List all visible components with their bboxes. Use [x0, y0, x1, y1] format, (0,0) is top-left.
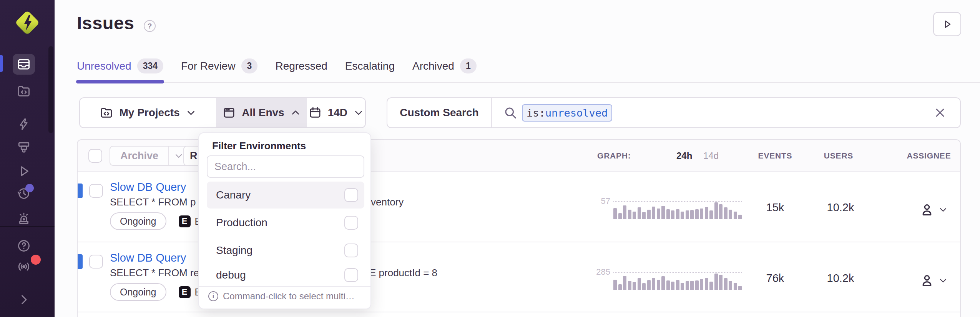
status-badge: Ongoing	[110, 283, 166, 301]
search-input[interactable]: is:unresolved	[492, 98, 960, 127]
active-item-indicator	[0, 55, 3, 72]
calendar-icon	[309, 106, 322, 119]
issue-title-link[interactable]: Slow DB Query	[110, 252, 186, 264]
unread-indicator	[78, 184, 83, 198]
tab-archived[interactable]: Archived 1	[412, 58, 477, 83]
unread-indicator	[78, 254, 83, 269]
users-count: 10.2k	[827, 201, 854, 214]
chevron-down-icon	[938, 205, 948, 214]
page-title: Issues	[77, 12, 134, 33]
issue-tabs: Unresolved 334 For Review 3 Regressed Es…	[77, 58, 477, 83]
row-checkbox[interactable]	[89, 255, 103, 269]
issues-page: Issues ? Unresolved 334 For Review 3 Reg…	[0, 0, 980, 317]
clear-search-button[interactable]	[931, 103, 949, 122]
environments-filter-label: All Envs	[242, 107, 284, 119]
app-logo-icon[interactable]	[15, 9, 40, 36]
dropdown-footer-note: Command-click to select multi…	[223, 291, 355, 302]
broadcast-icon	[17, 260, 31, 274]
chevron-down-icon	[354, 108, 364, 118]
issue-row[interactable]	[78, 312, 960, 317]
graph-peak-label: 285	[575, 267, 610, 277]
assignee-selector[interactable]	[919, 202, 948, 217]
env-option-checkbox[interactable]	[344, 216, 358, 230]
date-range-filter-button[interactable]: 14D	[307, 98, 365, 127]
custom-search-button[interactable]: Custom Search	[387, 98, 492, 127]
issue-culprit-suffix: ventory	[371, 196, 404, 208]
env-option-checkbox[interactable]	[344, 244, 358, 257]
chevron-up-icon	[291, 108, 301, 118]
date-range-label: 14D	[328, 107, 347, 119]
tab-for-review[interactable]: For Review 3	[181, 58, 257, 83]
environments-filter-button[interactable]: All Envs	[216, 98, 307, 127]
person-icon	[919, 202, 935, 217]
close-icon	[933, 106, 947, 120]
env-option-label: debug	[216, 269, 246, 281]
chevron-right-icon	[17, 293, 31, 307]
environment-search-input[interactable]	[207, 155, 364, 178]
title-help-icon[interactable]: ?	[144, 20, 156, 32]
sidebar	[0, 0, 55, 317]
tab-label: For Review	[181, 60, 236, 72]
column-users: USERS	[824, 140, 853, 172]
search-icon	[503, 106, 517, 120]
graph-14d-toggle[interactable]: 14d	[703, 140, 719, 172]
custom-search-label: Custom Search	[400, 107, 478, 119]
project-platform-badge: E	[179, 286, 191, 298]
status-badge: Ongoing	[110, 212, 166, 230]
sidebar-divider	[0, 226, 55, 227]
graph-24h-toggle[interactable]: 24h	[676, 140, 692, 172]
select-all-checkbox[interactable]	[88, 149, 102, 163]
info-icon: i	[208, 291, 218, 301]
sidebar-item-replays[interactable]	[13, 161, 35, 182]
funnel-icon	[17, 140, 31, 154]
sidebar-item-alerts[interactable]	[13, 208, 35, 229]
env-option-debug[interactable]: debug	[207, 265, 364, 285]
tab-count-badge: 1	[460, 58, 477, 73]
folder-code-icon	[100, 106, 113, 119]
sidebar-scrollbar[interactable]	[48, 46, 53, 133]
issue-culprit-prefix: SELECT * FROM p	[110, 196, 196, 208]
events-count: 76k	[766, 272, 784, 285]
env-option-label: Staging	[216, 244, 252, 257]
filter-bar: My Projects All Envs 14D	[79, 97, 366, 128]
env-option-label: Production	[216, 217, 267, 229]
tab-count-badge: 3	[241, 58, 258, 73]
issue-culprit-suffix: E productId = 8	[369, 267, 437, 279]
sidebar-item-projects[interactable]	[13, 81, 35, 102]
tab-label: Regressed	[275, 60, 327, 72]
siren-icon	[17, 211, 31, 225]
tab-count-badge: 334	[137, 58, 163, 73]
tab-escalating[interactable]: Escalating	[345, 58, 395, 83]
env-option-staging[interactable]: Staging	[207, 237, 364, 264]
project-platform-badge: E	[179, 215, 191, 227]
tour-play-button[interactable]	[933, 12, 961, 36]
users-count: 10.2k	[827, 272, 854, 285]
env-option-production[interactable]: Production	[207, 209, 364, 236]
sidebar-item-performance[interactable]	[13, 114, 35, 135]
env-option-canary[interactable]: Canary	[207, 182, 364, 209]
sidebar-item-help[interactable]	[13, 235, 35, 256]
tab-label: Unresolved	[77, 60, 131, 72]
archive-split-button[interactable]: Archive	[110, 146, 189, 166]
row-checkbox[interactable]	[89, 184, 103, 198]
tab-label: Escalating	[345, 60, 395, 72]
sidebar-item-funnel[interactable]	[13, 137, 35, 158]
sidebar-item-issues[interactable]	[13, 54, 35, 75]
resolve-button-label: R	[190, 150, 198, 162]
events-count: 15k	[766, 201, 784, 214]
env-option-checkbox[interactable]	[344, 188, 358, 202]
projects-filter-button[interactable]: My Projects	[80, 98, 216, 127]
assignee-selector[interactable]	[919, 273, 948, 288]
env-option-checkbox[interactable]	[344, 268, 358, 282]
search-token[interactable]: is:unresolved	[522, 104, 612, 122]
tab-unresolved[interactable]: Unresolved 334	[77, 58, 163, 83]
token-value: unresolved	[545, 107, 608, 119]
chevron-down-icon	[174, 151, 183, 160]
chevron-down-icon	[186, 108, 196, 118]
dropdown-divider	[199, 286, 370, 287]
issues-inbox-icon	[17, 57, 31, 71]
issue-title-link[interactable]: Slow DB Query	[110, 181, 186, 194]
sidebar-collapse[interactable]	[13, 289, 35, 310]
tab-regressed[interactable]: Regressed	[275, 58, 327, 83]
person-icon	[919, 273, 935, 288]
